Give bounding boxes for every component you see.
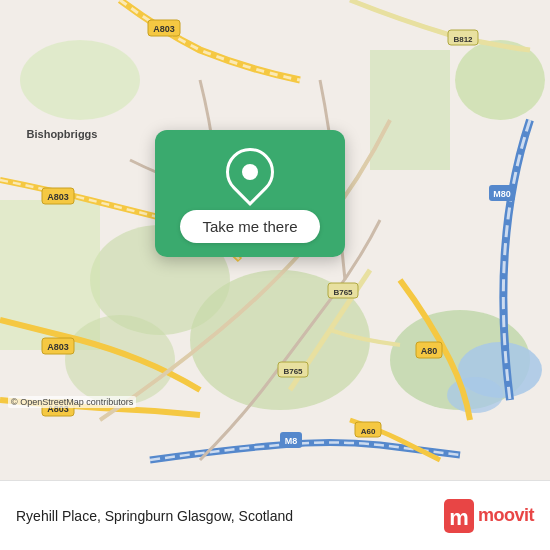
moovit-logo: m moovit xyxy=(444,499,534,533)
svg-text:A803: A803 xyxy=(47,192,69,202)
svg-text:Bishopbriggs: Bishopbriggs xyxy=(27,128,98,140)
svg-point-5 xyxy=(455,40,545,120)
svg-text:A80: A80 xyxy=(421,346,438,356)
popup-card: Take me there xyxy=(155,130,345,257)
moovit-logo-icon: m xyxy=(444,499,474,533)
svg-text:m: m xyxy=(449,505,469,530)
svg-text:A60: A60 xyxy=(361,427,376,436)
osm-credit: © OpenStreetMap contributors xyxy=(8,396,136,408)
svg-text:B765: B765 xyxy=(283,367,303,376)
svg-point-8 xyxy=(65,315,175,405)
svg-point-7 xyxy=(20,40,140,120)
svg-text:A803: A803 xyxy=(47,342,69,352)
svg-text:A803: A803 xyxy=(153,24,175,34)
svg-rect-6 xyxy=(370,50,450,170)
svg-text:M8: M8 xyxy=(285,436,298,446)
svg-text:M80: M80 xyxy=(493,189,511,199)
location-text: Ryehill Place, Springburn Glasgow, Scotl… xyxy=(16,508,293,524)
moovit-text: moovit xyxy=(478,505,534,526)
location-pin-icon xyxy=(216,138,284,206)
svg-text:B812: B812 xyxy=(453,35,473,44)
map-container: A803 B812 M80 A803 B765 B765 A80 A803 A8… xyxy=(0,0,550,480)
svg-point-10 xyxy=(447,377,503,413)
svg-text:B765: B765 xyxy=(333,288,353,297)
bottom-bar: Ryehill Place, Springburn Glasgow, Scotl… xyxy=(0,480,550,550)
take-me-there-button[interactable]: Take me there xyxy=(180,210,319,243)
